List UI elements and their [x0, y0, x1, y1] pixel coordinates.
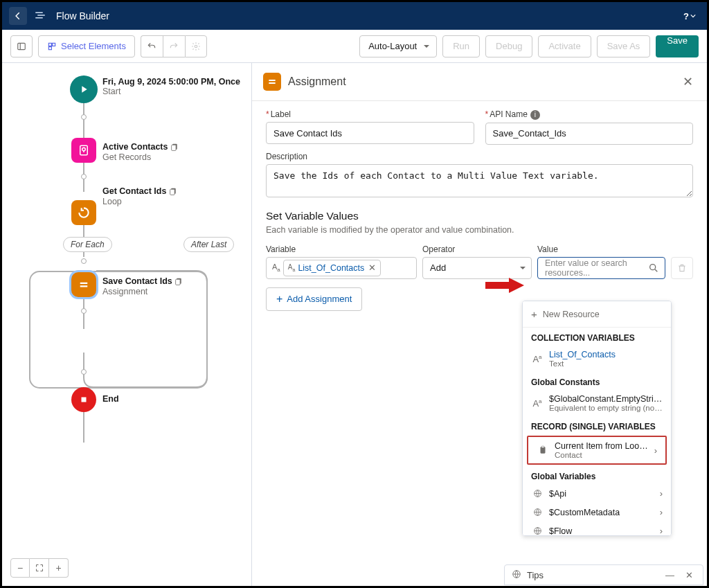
zoom-in-button[interactable]: +: [49, 558, 69, 578]
close-panel-button[interactable]: ✕: [680, 71, 696, 92]
dd-item-current-loop-item[interactable]: Current Item from Loop Ge...Contact ›: [528, 437, 665, 463]
save-as-button[interactable]: Save As: [597, 35, 651, 57]
database-icon: [71, 138, 96, 163]
settings-button[interactable]: [185, 35, 207, 57]
select-elements-button[interactable]: Select Elements: [38, 35, 135, 57]
clipboard-icon: [537, 445, 549, 455]
chevron-down-icon: [520, 267, 526, 272]
text-type-icon: Aa: [269, 262, 280, 273]
new-resource-item[interactable]: +New Resource: [523, 301, 671, 328]
equals-icon: [263, 73, 281, 91]
annotation-arrow: [484, 276, 526, 294]
zoom-out-button[interactable]: −: [10, 558, 30, 578]
svg-point-4: [195, 45, 197, 48]
section-title: Set Variable Values: [266, 210, 693, 222]
svg-point-15: [650, 264, 656, 269]
history-buttons: [141, 35, 207, 57]
dd-section-global-constants: Global Constants: [523, 372, 671, 390]
svg-rect-11: [170, 189, 174, 195]
loop-icon: [71, 200, 96, 225]
remove-pill-button[interactable]: ✕: [368, 262, 376, 273]
zoom-fit-button[interactable]: [30, 558, 49, 578]
api-name-label: API Namei: [485, 109, 694, 120]
debug-button[interactable]: Debug: [485, 35, 532, 57]
connector-dot[interactable]: [81, 114, 87, 120]
variable-input[interactable]: Aa Aa List_Of_Contacts ✕: [266, 257, 417, 279]
search-icon: [648, 262, 659, 276]
save-button[interactable]: Save: [656, 35, 699, 57]
toggle-panel-button[interactable]: [10, 35, 33, 57]
connector-dot[interactable]: [81, 308, 87, 314]
play-icon: [70, 75, 98, 103]
assignment-node[interactable]: [71, 272, 96, 297]
description-textarea[interactable]: Save the Ids of each Contact to a Multi …: [266, 164, 693, 197]
connector-dot[interactable]: [81, 369, 87, 375]
text-type-icon: Aa: [531, 354, 544, 364]
flow-canvas[interactable]: Fri, Aug 9, 2024 5:00:00 PM, Once Start …: [2, 63, 251, 586]
value-input[interactable]: Enter value or search resources...: [537, 257, 665, 279]
flow-logo-icon: [34, 9, 46, 24]
undo-button[interactable]: [141, 35, 163, 57]
svg-rect-0: [18, 43, 26, 49]
zoom-controls: − +: [10, 558, 69, 578]
dd-item-custom-metadata[interactable]: $CustomMetadata ›: [523, 503, 671, 522]
svg-rect-14: [82, 398, 87, 402]
dd-section-collection: COLLECTION VARIABLES: [523, 328, 671, 346]
section-subtitle: Each variable is modified by the operato…: [266, 225, 693, 235]
dd-item-api[interactable]: $Api ›: [523, 484, 671, 503]
value-dropdown: +New Resource COLLECTION VARIABLES Aa Li…: [522, 301, 672, 536]
variable-pill[interactable]: Aa List_Of_Contacts ✕: [283, 260, 381, 276]
close-tips-button[interactable]: ✕: [683, 570, 696, 580]
for-each-label: For Each: [63, 237, 112, 252]
dd-item-list-of-contacts[interactable]: Aa List_Of_ContactsText: [523, 346, 671, 372]
minimize-tips-button[interactable]: —: [663, 570, 677, 580]
redo-button[interactable]: [163, 35, 185, 57]
svg-rect-9: [172, 145, 177, 150]
value-col-label: Value: [537, 244, 665, 254]
activate-button[interactable]: Activate: [538, 35, 591, 57]
run-button[interactable]: Run: [442, 35, 480, 57]
connector-dot[interactable]: [81, 174, 87, 179]
chevron-right-icon: ›: [660, 507, 663, 517]
equals-icon: [71, 272, 96, 297]
layout-mode-select[interactable]: Auto-Layout: [359, 35, 437, 57]
add-assignment-button[interactable]: + Add Assignment: [266, 287, 362, 311]
operator-select[interactable]: Add: [422, 257, 532, 279]
label-input[interactable]: [266, 122, 474, 144]
svg-rect-1: [48, 43, 51, 46]
chevron-right-icon: ›: [660, 526, 663, 536]
assignment-row: Variable Aa Aa List_Of_Contacts ✕ Operat…: [266, 244, 693, 279]
get-records-label: Active Contacts Get Records: [102, 141, 180, 162]
help-button[interactable]: ?: [679, 7, 700, 25]
end-node[interactable]: [71, 387, 96, 412]
copy-icon: [169, 187, 179, 197]
back-button[interactable]: [9, 7, 27, 25]
operator-col-label: Operator: [422, 244, 532, 254]
loop-node[interactable]: [71, 200, 96, 225]
get-records-node[interactable]: [71, 138, 96, 163]
description-label: Description: [266, 152, 693, 161]
delete-row-button[interactable]: [671, 257, 693, 279]
start-node[interactable]: [70, 75, 98, 103]
app-topbar: Flow Builder ?: [2, 2, 707, 30]
globe-icon: [531, 489, 544, 498]
toolbar: Select Elements Auto-Layout Run Debug Ac…: [2, 30, 707, 63]
dd-item-flow[interactable]: $Flow ›: [523, 522, 671, 536]
svg-rect-3: [48, 46, 51, 49]
globe-icon: [531, 526, 544, 535]
dd-item-empty-string[interactable]: Aa $GlobalConstant.EmptyStringEquivalent…: [523, 390, 671, 416]
label-field-label: Label: [266, 109, 474, 119]
app-title: Flow Builder: [56, 10, 109, 21]
tips-label: Tips: [527, 570, 544, 580]
globe-icon: [512, 569, 521, 581]
info-icon: i: [530, 110, 540, 120]
stop-icon: [71, 387, 96, 412]
variable-col-label: Variable: [266, 244, 417, 254]
assignment-label: Save Contact Ids Assignment: [102, 275, 184, 296]
connector-dot[interactable]: [81, 258, 87, 264]
annotation-highlight: Current Item from Loop Ge...Contact ›: [527, 436, 667, 465]
panel-title: Assignment: [288, 75, 346, 88]
svg-point-7: [82, 148, 86, 151]
api-name-input[interactable]: [485, 123, 694, 145]
main-area: Fri, Aug 9, 2024 5:00:00 PM, Once Start …: [2, 63, 707, 586]
